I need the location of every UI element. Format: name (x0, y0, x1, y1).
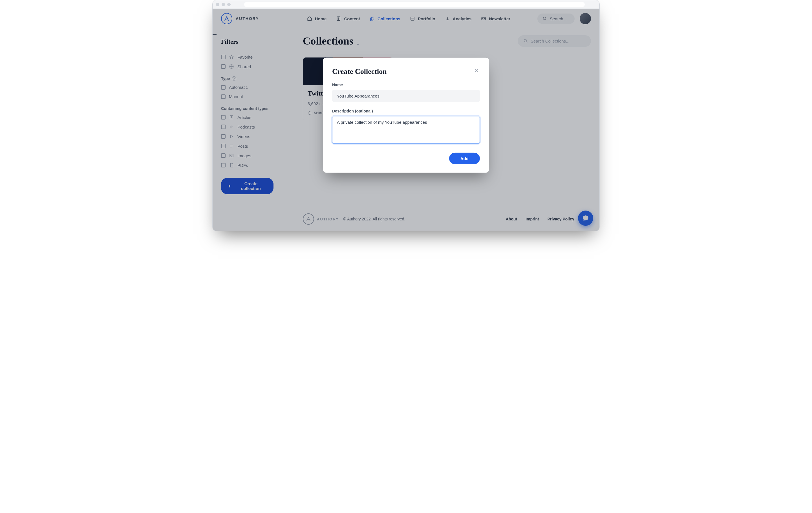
name-field-label: Name (332, 83, 480, 87)
traffic-light-minimize[interactable] (222, 3, 225, 6)
browser-window: AUTHORY Home Content (212, 0, 600, 231)
description-input[interactable] (332, 116, 480, 144)
name-input[interactable] (332, 90, 480, 102)
modal-actions: Add (332, 153, 480, 164)
close-icon[interactable] (473, 67, 480, 74)
traffic-light-close[interactable] (216, 3, 219, 6)
window-titlebar (212, 0, 600, 9)
modal-header: Create Collection (332, 67, 480, 76)
create-collection-modal: Create Collection Name Description (opti… (323, 58, 489, 173)
description-field-label: Description (optional) (332, 109, 480, 113)
add-button-label: Add (460, 156, 469, 161)
app-root: AUTHORY Home Content (212, 9, 600, 231)
traffic-light-zoom[interactable] (227, 3, 231, 6)
address-bar[interactable] (244, 2, 585, 7)
modal-title: Create Collection (332, 67, 387, 76)
add-button[interactable]: Add (449, 153, 480, 164)
